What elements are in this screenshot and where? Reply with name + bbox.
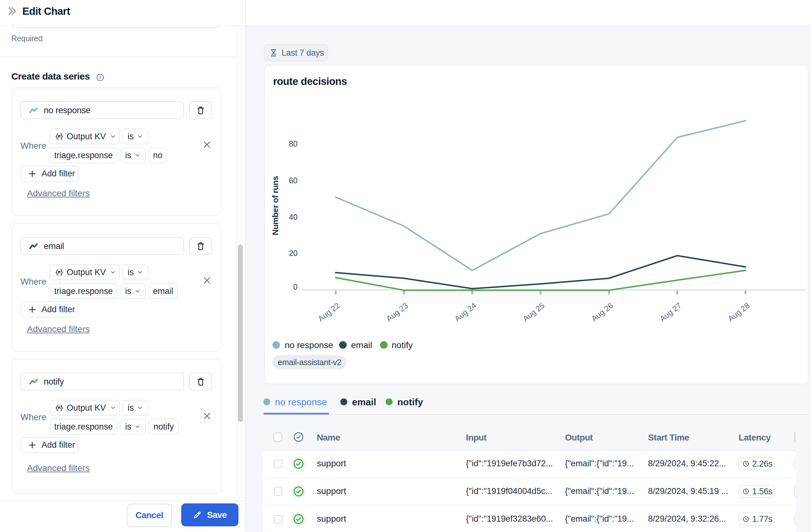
svg-text:Aug 26: Aug 26 xyxy=(590,301,615,323)
svg-text:Aug 22: Aug 22 xyxy=(316,301,341,323)
svg-text:email: email xyxy=(351,340,372,350)
svg-text:notify: notify xyxy=(392,340,413,350)
svg-text:0: 0 xyxy=(293,282,297,291)
svg-text:no response: no response xyxy=(285,340,333,350)
svg-text:Number of runs: Number of runs xyxy=(271,176,280,235)
svg-text:80: 80 xyxy=(289,139,297,148)
svg-text:Aug 27: Aug 27 xyxy=(658,301,683,323)
svg-text:Aug 24: Aug 24 xyxy=(453,301,478,323)
svg-text:60: 60 xyxy=(289,176,297,185)
svg-text:20: 20 xyxy=(289,249,297,257)
svg-text:Aug 23: Aug 23 xyxy=(384,301,410,323)
svg-text:Aug 25: Aug 25 xyxy=(521,301,546,323)
svg-text:Aug 28: Aug 28 xyxy=(726,301,751,323)
svg-text:40: 40 xyxy=(289,213,297,221)
